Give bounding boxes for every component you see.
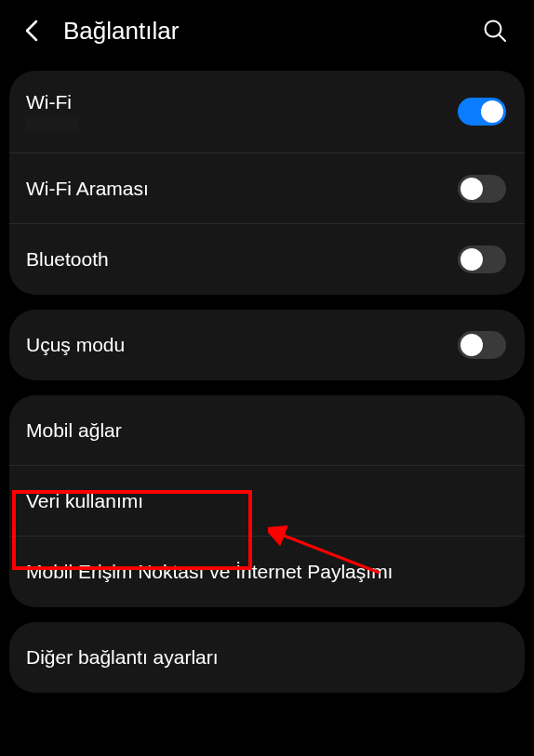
wifi-toggle[interactable]: [458, 98, 506, 126]
hotspot-tethering-row[interactable]: Mobil Erişim Noktası ve İnternet Paylaşı…: [9, 537, 525, 607]
more-connection-settings-row[interactable]: Diğer bağlantı ayarları: [9, 622, 525, 693]
content: Wi-Fi Wi-Fi Araması Bluetooth Uçuş modu: [0, 61, 534, 693]
row-text: Wi-Fi: [26, 91, 458, 132]
wifi-row[interactable]: Wi-Fi: [9, 71, 525, 153]
svg-line-1: [500, 35, 506, 42]
bluetooth-toggle[interactable]: [458, 245, 506, 273]
back-button[interactable]: [13, 12, 50, 49]
row-text: Bluetooth: [26, 248, 458, 271]
chevron-left-icon: [25, 20, 38, 42]
row-text: Mobil Erişim Noktası ve İnternet Paylaşı…: [26, 561, 506, 583]
data-usage-row[interactable]: Veri kullanımı: [9, 466, 525, 537]
redacted-text: [26, 117, 78, 132]
row-text: Uçuş modu: [26, 334, 458, 356]
row-text: Wi-Fi Araması: [26, 178, 458, 200]
wifi-label: Wi-Fi: [26, 91, 458, 113]
row-text: Diğer bağlantı ayarları: [26, 646, 506, 669]
row-text: Veri kullanımı: [26, 490, 506, 512]
settings-group: Mobil ağlar Veri kullanımı Mobil Erişim …: [9, 395, 525, 607]
toggle-knob: [481, 100, 503, 123]
header: Bağlantılar: [0, 0, 534, 61]
search-icon: [483, 19, 507, 43]
wifi-calling-row[interactable]: Wi-Fi Araması: [9, 153, 525, 224]
settings-group: Diğer bağlantı ayarları: [9, 622, 525, 693]
settings-group: Wi-Fi Wi-Fi Araması Bluetooth: [9, 71, 525, 295]
bluetooth-row[interactable]: Bluetooth: [9, 224, 525, 295]
wifi-calling-toggle[interactable]: [458, 175, 506, 203]
airplane-mode-label: Uçuş modu: [26, 334, 458, 356]
data-usage-label: Veri kullanımı: [26, 490, 506, 512]
mobile-networks-row[interactable]: Mobil ağlar: [9, 395, 525, 466]
airplane-mode-row[interactable]: Uçuş modu: [9, 310, 525, 380]
settings-group: Uçuş modu: [9, 310, 525, 380]
hotspot-tethering-label: Mobil Erişim Noktası ve İnternet Paylaşı…: [26, 561, 506, 583]
mobile-networks-label: Mobil ağlar: [26, 419, 506, 442]
wifi-calling-label: Wi-Fi Araması: [26, 178, 458, 200]
toggle-knob: [461, 334, 483, 356]
wifi-subtitle: [26, 117, 458, 132]
bluetooth-label: Bluetooth: [26, 248, 458, 271]
toggle-knob: [461, 178, 483, 200]
more-connection-settings-label: Diğer bağlantı ayarları: [26, 646, 506, 669]
airplane-mode-toggle[interactable]: [458, 331, 506, 359]
row-text: Mobil ağlar: [26, 419, 506, 442]
search-button[interactable]: [476, 12, 514, 49]
toggle-knob: [461, 248, 483, 271]
page-title: Bağlantılar: [63, 17, 476, 46]
